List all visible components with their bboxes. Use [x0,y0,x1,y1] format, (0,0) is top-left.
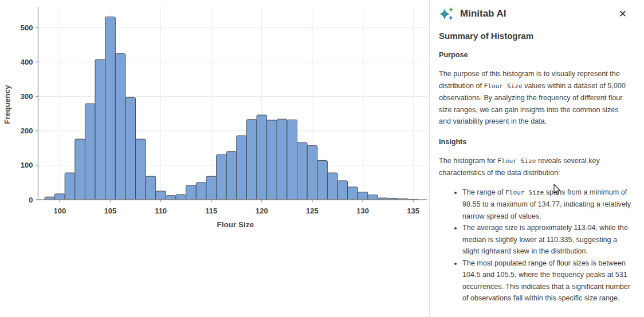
y-tick-label: 100 [21,161,33,169]
x-tick-label: 115 [205,207,217,215]
histogram-bar[interactable] [287,120,297,200]
x-tick-label: 125 [306,207,319,215]
histogram-bar[interactable] [368,195,378,200]
y-tick-label: 400 [21,58,33,66]
histogram-bar[interactable] [105,17,116,200]
x-tick-label: 135 [407,207,419,215]
histogram-bar[interactable] [277,119,287,200]
histogram-bar[interactable] [95,60,105,200]
summary-heading: Summary of Histogram [439,31,633,41]
histogram-bar[interactable] [125,97,136,200]
histogram-bar[interactable] [297,142,308,200]
histogram-bar[interactable] [237,136,247,200]
x-tick-label: 100 [54,207,66,215]
x-tick-label: 120 [256,207,268,215]
histogram-bar[interactable] [146,176,156,200]
y-tick-label: 300 [21,92,33,101]
histogram-bar[interactable] [186,185,197,200]
histogram-bar[interactable] [85,104,95,200]
histogram-bar[interactable] [196,183,206,200]
insights-list: The range of Flour Size spans from a min… [439,187,633,304]
histogram-graph-region: 1001051101151201251301350100200300400500… [0,0,429,317]
histogram-bar[interactable] [45,197,55,200]
histogram-bar[interactable] [327,173,337,200]
histogram-bar[interactable] [65,173,75,200]
histogram-bar[interactable] [75,139,85,200]
histogram-bar[interactable] [348,187,358,200]
histogram-bar[interactable] [55,194,65,200]
histogram-bar[interactable] [176,195,186,200]
x-axis-title: Flour Size [217,220,254,229]
close-icon[interactable]: ✕ [617,8,629,20]
y-tick-label: 200 [21,126,33,135]
minitab-ai-panel: Minitab AI ✕ Summary of Histogram Purpos… [430,0,644,317]
histogram-bar[interactable] [257,115,267,200]
histogram-bar[interactable] [337,181,348,200]
histogram-bar[interactable] [206,176,217,200]
x-tick-label: 110 [155,207,167,215]
histogram-bar[interactable] [317,160,328,200]
y-tick-label: 500 [21,23,33,32]
histogram-bar[interactable] [136,139,146,200]
histogram-bar[interactable] [246,120,257,200]
panel-header: Minitab AI ✕ [439,4,633,23]
histogram-bar[interactable] [307,146,317,200]
histogram-bar[interactable] [226,152,237,200]
purpose-heading: Purpose [439,51,633,59]
insights-intro: The histogram for Flour Size reveals sev… [439,155,633,179]
histogram-bar[interactable] [166,196,176,200]
x-tick-label: 130 [356,207,369,215]
histogram-bar[interactable] [115,54,125,200]
purpose-paragraph: The purpose of this histogram is to visu… [439,68,633,128]
x-tick-label: 105 [104,207,117,215]
sparkles-icon [439,6,454,22]
histogram-plot: 1001051101151201251301350100200300400500… [0,0,429,317]
y-tick-label: 0 [29,196,33,204]
insight-bullet: The most populated range of flour sizes … [462,257,633,304]
y-axis-title: Frequency [3,85,11,124]
histogram-bar[interactable] [217,154,227,200]
insights-heading: Insights [439,138,633,146]
panel-title: Minitab AI [460,8,506,19]
insight-bullet: The average size is approximately 113.04… [462,222,633,257]
insight-bullet: The range of Flour Size spans from a min… [462,187,633,223]
histogram-bar[interactable] [358,192,368,200]
histogram-bar[interactable] [156,191,166,200]
histogram-bar[interactable] [267,120,277,200]
